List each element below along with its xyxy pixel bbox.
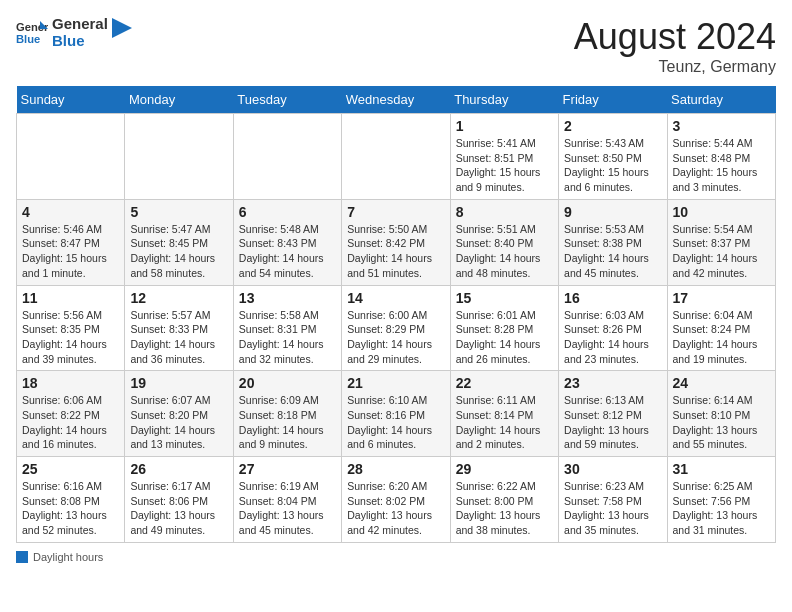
day-info: Sunrise: 5:47 AMSunset: 8:45 PMDaylight:… (130, 222, 227, 281)
day-number: 9 (564, 204, 661, 220)
calendar-day-cell: 7Sunrise: 5:50 AMSunset: 8:42 PMDaylight… (342, 199, 450, 285)
weekday-header-cell: Friday (559, 86, 667, 114)
day-number: 18 (22, 375, 119, 391)
day-info: Sunrise: 6:04 AMSunset: 8:24 PMDaylight:… (673, 308, 770, 367)
calendar-day-cell: 23Sunrise: 6:13 AMSunset: 8:12 PMDayligh… (559, 371, 667, 457)
day-number: 25 (22, 461, 119, 477)
calendar-day-cell: 1Sunrise: 5:41 AMSunset: 8:51 PMDaylight… (450, 114, 558, 200)
weekday-header-cell: Saturday (667, 86, 775, 114)
calendar-table: SundayMondayTuesdayWednesdayThursdayFrid… (16, 86, 776, 543)
day-info: Sunrise: 6:22 AMSunset: 8:00 PMDaylight:… (456, 479, 553, 538)
calendar-week-row: 18Sunrise: 6:06 AMSunset: 8:22 PMDayligh… (17, 371, 776, 457)
day-number: 11 (22, 290, 119, 306)
location-subtitle: Teunz, Germany (574, 58, 776, 76)
calendar-day-cell: 11Sunrise: 5:56 AMSunset: 8:35 PMDayligh… (17, 285, 125, 371)
calendar-body: 1Sunrise: 5:41 AMSunset: 8:51 PMDaylight… (17, 114, 776, 543)
logo-arrow-icon (112, 18, 132, 48)
day-info: Sunrise: 5:54 AMSunset: 8:37 PMDaylight:… (673, 222, 770, 281)
day-info: Sunrise: 6:10 AMSunset: 8:16 PMDaylight:… (347, 393, 444, 452)
day-number: 1 (456, 118, 553, 134)
day-number: 10 (673, 204, 770, 220)
calendar-day-cell: 13Sunrise: 5:58 AMSunset: 8:31 PMDayligh… (233, 285, 341, 371)
day-info: Sunrise: 5:51 AMSunset: 8:40 PMDaylight:… (456, 222, 553, 281)
day-info: Sunrise: 5:58 AMSunset: 8:31 PMDaylight:… (239, 308, 336, 367)
day-info: Sunrise: 6:13 AMSunset: 8:12 PMDaylight:… (564, 393, 661, 452)
calendar-day-cell: 30Sunrise: 6:23 AMSunset: 7:58 PMDayligh… (559, 457, 667, 543)
daylight-legend-label: Daylight hours (33, 551, 103, 563)
calendar-day-cell: 28Sunrise: 6:20 AMSunset: 8:02 PMDayligh… (342, 457, 450, 543)
calendar-day-cell: 3Sunrise: 5:44 AMSunset: 8:48 PMDaylight… (667, 114, 775, 200)
day-info: Sunrise: 6:19 AMSunset: 8:04 PMDaylight:… (239, 479, 336, 538)
calendar-day-cell: 27Sunrise: 6:19 AMSunset: 8:04 PMDayligh… (233, 457, 341, 543)
day-number: 22 (456, 375, 553, 391)
day-number: 20 (239, 375, 336, 391)
day-number: 21 (347, 375, 444, 391)
weekday-header-cell: Sunday (17, 86, 125, 114)
calendar-day-cell: 15Sunrise: 6:01 AMSunset: 8:28 PMDayligh… (450, 285, 558, 371)
day-info: Sunrise: 6:09 AMSunset: 8:18 PMDaylight:… (239, 393, 336, 452)
day-info: Sunrise: 5:53 AMSunset: 8:38 PMDaylight:… (564, 222, 661, 281)
day-number: 23 (564, 375, 661, 391)
page-header: General Blue General Blue August 2024 Te… (16, 16, 776, 76)
calendar-day-cell: 20Sunrise: 6:09 AMSunset: 8:18 PMDayligh… (233, 371, 341, 457)
day-number: 26 (130, 461, 227, 477)
day-info: Sunrise: 6:23 AMSunset: 7:58 PMDaylight:… (564, 479, 661, 538)
day-info: Sunrise: 6:11 AMSunset: 8:14 PMDaylight:… (456, 393, 553, 452)
day-info: Sunrise: 5:43 AMSunset: 8:50 PMDaylight:… (564, 136, 661, 195)
svg-text:Blue: Blue (16, 32, 40, 44)
day-info: Sunrise: 6:03 AMSunset: 8:26 PMDaylight:… (564, 308, 661, 367)
calendar-day-cell (342, 114, 450, 200)
weekday-header-cell: Tuesday (233, 86, 341, 114)
calendar-day-cell: 2Sunrise: 5:43 AMSunset: 8:50 PMDaylight… (559, 114, 667, 200)
calendar-day-cell: 17Sunrise: 6:04 AMSunset: 8:24 PMDayligh… (667, 285, 775, 371)
calendar-day-cell: 14Sunrise: 6:00 AMSunset: 8:29 PMDayligh… (342, 285, 450, 371)
calendar-day-cell: 10Sunrise: 5:54 AMSunset: 8:37 PMDayligh… (667, 199, 775, 285)
title-block: August 2024 Teunz, Germany (574, 16, 776, 76)
day-info: Sunrise: 5:56 AMSunset: 8:35 PMDaylight:… (22, 308, 119, 367)
logo: General Blue General Blue (16, 16, 132, 49)
day-info: Sunrise: 5:44 AMSunset: 8:48 PMDaylight:… (673, 136, 770, 195)
calendar-week-row: 4Sunrise: 5:46 AMSunset: 8:47 PMDaylight… (17, 199, 776, 285)
day-number: 7 (347, 204, 444, 220)
day-number: 12 (130, 290, 227, 306)
daylight-legend: Daylight hours (16, 551, 103, 563)
daylight-legend-icon (16, 551, 28, 563)
calendar-day-cell: 9Sunrise: 5:53 AMSunset: 8:38 PMDaylight… (559, 199, 667, 285)
day-info: Sunrise: 5:57 AMSunset: 8:33 PMDaylight:… (130, 308, 227, 367)
day-number: 19 (130, 375, 227, 391)
calendar-day-cell: 22Sunrise: 6:11 AMSunset: 8:14 PMDayligh… (450, 371, 558, 457)
day-number: 8 (456, 204, 553, 220)
day-number: 16 (564, 290, 661, 306)
calendar-day-cell: 24Sunrise: 6:14 AMSunset: 8:10 PMDayligh… (667, 371, 775, 457)
day-number: 17 (673, 290, 770, 306)
day-info: Sunrise: 5:48 AMSunset: 8:43 PMDaylight:… (239, 222, 336, 281)
day-number: 31 (673, 461, 770, 477)
day-info: Sunrise: 5:46 AMSunset: 8:47 PMDaylight:… (22, 222, 119, 281)
day-number: 2 (564, 118, 661, 134)
calendar-day-cell: 12Sunrise: 5:57 AMSunset: 8:33 PMDayligh… (125, 285, 233, 371)
day-number: 30 (564, 461, 661, 477)
day-info: Sunrise: 6:20 AMSunset: 8:02 PMDaylight:… (347, 479, 444, 538)
day-number: 29 (456, 461, 553, 477)
logo-text-blue: Blue (52, 33, 108, 50)
calendar-day-cell: 31Sunrise: 6:25 AMSunset: 7:56 PMDayligh… (667, 457, 775, 543)
calendar-footer: Daylight hours (16, 551, 776, 563)
calendar-week-row: 25Sunrise: 6:16 AMSunset: 8:08 PMDayligh… (17, 457, 776, 543)
day-number: 14 (347, 290, 444, 306)
calendar-day-cell: 19Sunrise: 6:07 AMSunset: 8:20 PMDayligh… (125, 371, 233, 457)
calendar-day-cell: 26Sunrise: 6:17 AMSunset: 8:06 PMDayligh… (125, 457, 233, 543)
day-info: Sunrise: 6:25 AMSunset: 7:56 PMDaylight:… (673, 479, 770, 538)
calendar-day-cell: 18Sunrise: 6:06 AMSunset: 8:22 PMDayligh… (17, 371, 125, 457)
day-info: Sunrise: 5:41 AMSunset: 8:51 PMDaylight:… (456, 136, 553, 195)
day-info: Sunrise: 6:01 AMSunset: 8:28 PMDaylight:… (456, 308, 553, 367)
calendar-day-cell: 29Sunrise: 6:22 AMSunset: 8:00 PMDayligh… (450, 457, 558, 543)
day-info: Sunrise: 6:00 AMSunset: 8:29 PMDaylight:… (347, 308, 444, 367)
day-number: 13 (239, 290, 336, 306)
day-number: 3 (673, 118, 770, 134)
logo-text-general: General (52, 16, 108, 33)
calendar-week-row: 1Sunrise: 5:41 AMSunset: 8:51 PMDaylight… (17, 114, 776, 200)
day-number: 27 (239, 461, 336, 477)
calendar-day-cell: 16Sunrise: 6:03 AMSunset: 8:26 PMDayligh… (559, 285, 667, 371)
day-info: Sunrise: 6:07 AMSunset: 8:20 PMDaylight:… (130, 393, 227, 452)
day-info: Sunrise: 6:14 AMSunset: 8:10 PMDaylight:… (673, 393, 770, 452)
